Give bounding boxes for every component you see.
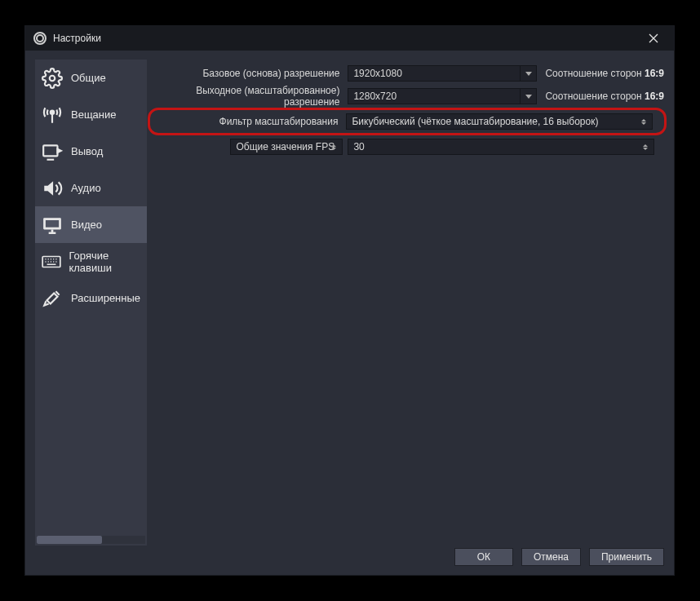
row-output-resolution: Выходное (масштабированное) разрешение 1… bbox=[152, 87, 664, 105]
svg-rect-4 bbox=[45, 219, 60, 228]
main-panel: Базовое (основа) разрешение 1920x1080 Со… bbox=[147, 60, 664, 546]
sidebar-item-label: Горячие клавиши bbox=[69, 250, 147, 274]
sidebar-item-hotkeys[interactable]: Горячие клавиши bbox=[35, 243, 147, 280]
tools-icon bbox=[40, 286, 64, 311]
gear-icon bbox=[40, 66, 64, 91]
ok-button[interactable]: ОК bbox=[454, 548, 513, 566]
output-resolution-value: 1280x720 bbox=[353, 91, 397, 102]
sidebar: Общие Вещание Вывод Аудио bbox=[35, 60, 147, 546]
base-resolution-label: Базовое (основа) разрешение bbox=[152, 68, 343, 79]
base-resolution-combo[interactable]: 1920x1080 bbox=[348, 65, 537, 82]
spinner-icon bbox=[326, 139, 342, 154]
antenna-icon bbox=[40, 103, 64, 127]
sidebar-item-label: Расширенные bbox=[71, 292, 140, 304]
apply-button[interactable]: Применить bbox=[589, 548, 664, 566]
row-base-resolution: Базовое (основа) разрешение 1920x1080 Со… bbox=[152, 64, 664, 82]
sidebar-scrollbar[interactable] bbox=[37, 536, 145, 544]
fps-value: 30 bbox=[353, 141, 364, 152]
speaker-icon bbox=[40, 176, 64, 201]
base-resolution-value: 1920x1080 bbox=[353, 68, 401, 79]
sidebar-item-advanced[interactable]: Расширенные bbox=[35, 280, 147, 316]
sidebar-item-output[interactable]: Вывод bbox=[35, 133, 147, 170]
output-aspect: Соотношение сторон 16:9 bbox=[542, 91, 664, 102]
sidebar-item-label: Видео bbox=[71, 219, 102, 231]
window-title: Настройки bbox=[53, 33, 101, 44]
sidebar-item-label: Вещание bbox=[71, 108, 117, 121]
sidebar-item-general[interactable]: Общие bbox=[35, 60, 147, 96]
footer: ОК Отмена Применить bbox=[25, 546, 674, 575]
chevron-down-icon bbox=[520, 66, 536, 81]
svg-rect-2 bbox=[43, 145, 57, 156]
base-aspect: Соотношение сторон 16:9 bbox=[542, 68, 664, 79]
row-fps: Общие значения FPS 30 bbox=[152, 138, 664, 156]
scale-filter-combo[interactable]: Бикубический (чёткое масштабирование, 16… bbox=[346, 113, 653, 130]
sidebar-item-label: Аудио bbox=[71, 182, 101, 194]
settings-window: Настройки Общие Вещание bbox=[24, 25, 675, 576]
fps-value-combo[interactable]: 30 bbox=[348, 139, 654, 155]
sidebar-item-label: Вывод bbox=[71, 145, 103, 157]
output-resolution-combo[interactable]: 1280x720 bbox=[348, 88, 537, 104]
scale-filter-label: Фильтр масштабирования bbox=[150, 116, 341, 127]
sidebar-item-label: Общие bbox=[71, 72, 106, 84]
fps-type-combo[interactable]: Общие значения FPS bbox=[230, 139, 343, 155]
close-icon bbox=[649, 33, 658, 43]
monitor-icon bbox=[40, 213, 64, 237]
cancel-button[interactable]: Отмена bbox=[521, 548, 581, 566]
keyboard-icon bbox=[40, 250, 62, 274]
content-area: Общие Вещание Вывод Аудио bbox=[25, 51, 674, 546]
svg-point-0 bbox=[50, 75, 55, 81]
close-button[interactable] bbox=[641, 26, 666, 51]
output-icon bbox=[40, 139, 64, 164]
output-resolution-label: Выходное (масштабированное) разрешение bbox=[152, 85, 343, 108]
sidebar-item-stream[interactable]: Вещание bbox=[35, 96, 147, 133]
svg-point-1 bbox=[51, 110, 54, 113]
sidebar-item-audio[interactable]: Аудио bbox=[35, 170, 147, 206]
spinner-icon bbox=[636, 114, 652, 129]
scale-filter-value: Бикубический (чёткое масштабирование, 16… bbox=[352, 116, 598, 127]
row-scale-filter: Фильтр масштабирования Бикубический (чёт… bbox=[150, 110, 664, 133]
scrollbar-thumb[interactable] bbox=[37, 536, 102, 544]
chevron-down-icon bbox=[520, 89, 536, 104]
sidebar-item-video[interactable]: Видео bbox=[35, 206, 147, 243]
spinner-icon bbox=[637, 139, 653, 154]
fps-type-value: Общие значения FPS bbox=[236, 141, 334, 152]
titlebar: Настройки bbox=[25, 26, 674, 51]
app-icon bbox=[33, 32, 47, 45]
